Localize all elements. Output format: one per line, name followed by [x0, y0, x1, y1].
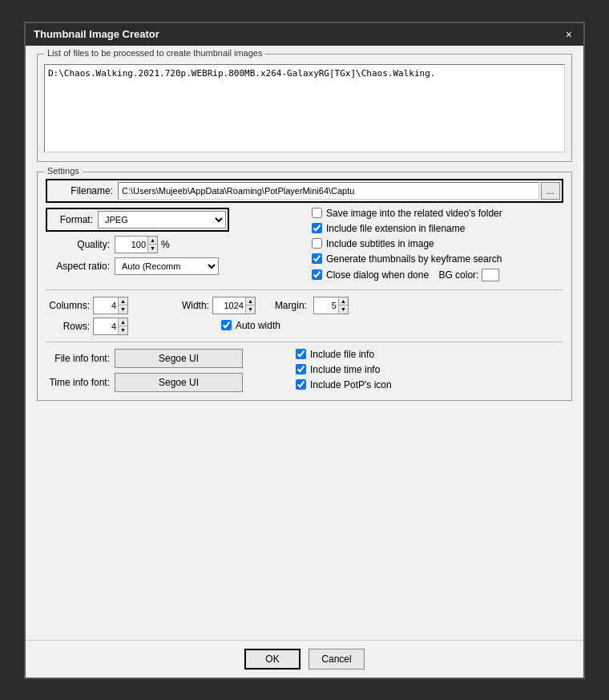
keyframe-search-label: Generate thumbnails by keyframe search: [326, 253, 502, 265]
columns-width-row: Columns: ▲ ▼ Width:: [46, 297, 563, 314]
width-input[interactable]: [213, 297, 245, 314]
filename-row: Filename: ...: [46, 179, 563, 203]
format-label: Format:: [49, 214, 93, 225]
keyframe-search-checkbox[interactable]: [312, 253, 322, 264]
auto-width-label: Auto width: [236, 320, 280, 331]
include-time-info-checkbox[interactable]: [296, 364, 306, 374]
time-info-font-row: Time info font: Segoe UI: [46, 373, 286, 392]
dialog-body: List of files to be processed to create …: [26, 46, 583, 640]
save-to-video-folder-checkbox[interactable]: [312, 208, 322, 218]
rows-autowidth-row: Rows: ▲ ▼ Auto width: [46, 318, 563, 335]
columns-spin-buttons: ▲ ▼: [118, 297, 127, 314]
bg-color-swatch[interactable]: [482, 269, 499, 281]
thumbnail-image-creator-dialog: Thumbnail Image Creator × List of files …: [24, 22, 585, 679]
rows-up-button[interactable]: ▲: [119, 318, 127, 326]
include-subtitles-row: Include subtitles in image: [312, 238, 563, 249]
columns-input[interactable]: [94, 297, 118, 314]
files-group-title: List of files to be processed to create …: [44, 48, 265, 58]
separator: [46, 289, 563, 290]
include-file-info-checkbox[interactable]: [296, 349, 306, 359]
font-left-column: File info font: Segoe UI Time info font:…: [46, 349, 286, 392]
width-item: Width: ▲ ▼: [173, 297, 256, 314]
time-info-font-label: Time info font:: [46, 377, 110, 388]
bg-color-label: BG color:: [438, 269, 478, 281]
width-spin-buttons: ▲ ▼: [245, 297, 255, 314]
include-file-extension-checkbox[interactable]: [312, 223, 322, 233]
include-file-extension-row: Include file extension in filename: [312, 223, 563, 234]
include-file-extension-label: Include file extension in filename: [326, 223, 465, 234]
ok-button[interactable]: OK: [244, 649, 300, 670]
font-section: File info font: Segoe UI Time info font:…: [46, 349, 563, 392]
file-info-font-label: File info font:: [46, 353, 110, 364]
quality-up-button[interactable]: ▲: [148, 237, 157, 245]
aspect-select[interactable]: Auto (Recomm 4:3 16:9 Custom: [115, 257, 219, 275]
include-file-info-row: Include file info: [296, 349, 392, 360]
aspect-label: Aspect ratio:: [46, 261, 110, 272]
browse-button[interactable]: ...: [541, 182, 560, 200]
bg-color-section: BG color:: [433, 269, 499, 281]
columns-spinner: ▲ ▼: [93, 297, 128, 314]
columns-label: Columns:: [46, 300, 90, 311]
include-time-info-row: Include time info: [296, 364, 392, 375]
rows-spin-buttons: ▲ ▼: [118, 318, 127, 334]
settings-section: Settings Filename: ... Format: JPEG PNG: [37, 172, 572, 401]
close-when-done-label: Close dialog when done: [326, 269, 429, 281]
save-to-video-folder-label: Save image into the related video's fold…: [326, 208, 502, 219]
width-spinner: ▲ ▼: [212, 297, 256, 314]
quality-label: Quality:: [46, 239, 110, 250]
file-info-font-button[interactable]: Segoe UI: [115, 349, 243, 368]
auto-width-checkbox[interactable]: [221, 320, 232, 330]
margin-up-button[interactable]: ▲: [339, 297, 348, 305]
width-label: Width:: [173, 300, 209, 311]
separator2: [46, 342, 563, 342]
columns-up-button[interactable]: ▲: [119, 297, 127, 305]
include-potp-icon-label: Include PotP's icon: [310, 379, 392, 390]
aspect-row: Aspect ratio: Auto (Recomm 4:3 16:9 Cust…: [46, 257, 302, 275]
include-subtitles-checkbox[interactable]: [312, 238, 322, 249]
include-subtitles-label: Include subtitles in image: [326, 238, 434, 249]
time-info-font-button[interactable]: Segoe UI: [115, 373, 243, 392]
cancel-button[interactable]: Cancel: [309, 649, 365, 670]
margin-label: Margin:: [275, 300, 307, 311]
left-column: Format: JPEG PNG BMP Quality:: [46, 208, 302, 283]
margin-down-button[interactable]: ▼: [339, 305, 348, 314]
margin-item: Margin: ▲ ▼: [268, 297, 349, 314]
width-down-button[interactable]: ▼: [246, 305, 255, 314]
files-group: List of files to be processed to create …: [37, 54, 572, 162]
dialog-title: Thumbnail Image Creator: [34, 28, 159, 40]
columns-item: Columns: ▲ ▼: [46, 297, 128, 314]
margin-input[interactable]: [314, 297, 338, 314]
rows-label: Rows:: [46, 321, 90, 332]
close-when-done-checkbox[interactable]: [312, 269, 322, 280]
rows-input[interactable]: [94, 318, 118, 334]
rows-down-button[interactable]: ▼: [119, 326, 127, 334]
filename-input[interactable]: [118, 182, 539, 200]
quality-row: Quality: ▲ ▼ %: [46, 236, 302, 253]
file-info-font-row: File info font: Segoe UI: [46, 349, 286, 368]
dialog-footer: OK Cancel: [26, 640, 583, 678]
filename-label: Filename:: [49, 185, 113, 196]
quality-spinner: ▲ ▼: [115, 236, 158, 253]
include-file-info-label: Include file info: [310, 349, 374, 360]
save-to-video-folder-row: Save image into the related video's fold…: [312, 208, 563, 219]
auto-width-row: Auto width: [221, 320, 280, 331]
file-list-textarea[interactable]: [44, 64, 565, 152]
keyframe-search-row: Generate thumbnails by keyframe search: [312, 253, 563, 265]
quality-unit: %: [161, 239, 170, 250]
margin-spin-buttons: ▲ ▼: [338, 297, 348, 314]
format-row: Format: JPEG PNG BMP: [46, 208, 229, 232]
include-potp-icon-checkbox[interactable]: [296, 379, 306, 390]
close-button[interactable]: ×: [563, 28, 575, 41]
quality-input[interactable]: [115, 237, 147, 253]
width-up-button[interactable]: ▲: [246, 297, 255, 305]
columns-down-button[interactable]: ▼: [119, 305, 127, 314]
settings-title: Settings: [44, 166, 83, 176]
margin-spinner: ▲ ▼: [313, 297, 349, 314]
include-time-info-label: Include time info: [310, 364, 380, 375]
quality-down-button[interactable]: ▼: [148, 245, 157, 253]
include-potp-icon-row: Include PotP's icon: [296, 379, 392, 390]
format-select[interactable]: JPEG PNG BMP: [98, 211, 226, 229]
font-right-checkboxes: Include file info Include time info Incl…: [296, 349, 392, 392]
right-column-checkboxes: Save image into the related video's fold…: [312, 208, 563, 283]
format-checkboxes-row: Format: JPEG PNG BMP Quality:: [46, 208, 563, 283]
